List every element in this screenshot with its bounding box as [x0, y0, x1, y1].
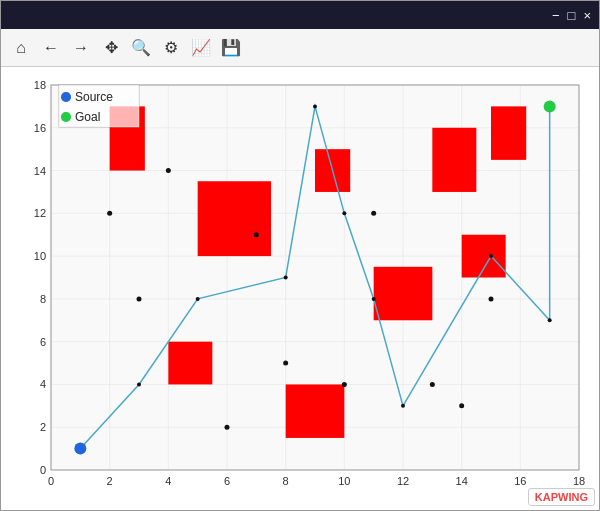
window-controls[interactable]: − □ × [552, 8, 591, 23]
pan-icon[interactable]: ✥ [99, 36, 123, 60]
forward-icon[interactable]: → [69, 36, 93, 60]
info-bar [1, 67, 599, 75]
toolbar: ⌂ ← → ✥ 🔍 ⚙ 📈 💾 [1, 29, 599, 67]
chart-icon[interactable]: 📈 [189, 36, 213, 60]
home-icon[interactable]: ⌂ [9, 36, 33, 60]
save-icon[interactable]: 💾 [219, 36, 243, 60]
settings-icon[interactable]: ⚙ [159, 36, 183, 60]
maximize-button[interactable]: □ [568, 8, 576, 23]
zoom-icon[interactable]: 🔍 [129, 36, 153, 60]
title-bar: − □ × [1, 1, 599, 29]
back-icon[interactable]: ← [39, 36, 63, 60]
plot-area: KAPWING [1, 75, 599, 510]
plot-canvas [1, 75, 599, 510]
close-button[interactable]: × [583, 8, 591, 23]
kapwing-badge: KAPWING [528, 488, 595, 506]
minimize-button[interactable]: − [552, 8, 560, 23]
figure-window: − □ × ⌂ ← → ✥ 🔍 ⚙ 📈 💾 KAPWING [0, 0, 600, 511]
